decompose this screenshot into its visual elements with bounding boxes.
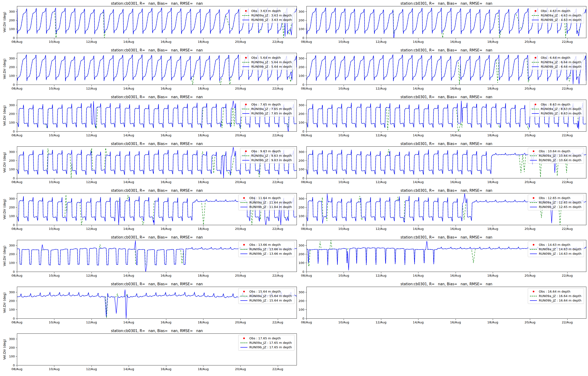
x-tick-label: 14/Aug — [413, 321, 424, 324]
subplot-panel: station:cb0301, R= nan, Bias= nan, RMSE=… — [299, 234, 588, 281]
x-tick-mark — [17, 38, 17, 40]
x-tick-mark — [530, 132, 530, 133]
x-tick-mark — [129, 272, 129, 273]
x-tick-label: 08/Aug — [11, 134, 22, 137]
x-tick-label: 10/Aug — [49, 367, 60, 371]
legend-row-obs: Obs : 8.63 m depth — [532, 102, 581, 107]
plot-box: Obs : 4.63 m depth RUN09a_JZ : 4.63 m de… — [307, 6, 586, 38]
plot-area-wrap: Vel.Dir (deg) Obs : 3.63 m depth RUN09a_… — [17, 6, 297, 38]
plot-box: Obs : 17.65 m depth RUN09a_JZ : 17.65 m … — [17, 334, 297, 366]
plot-area-wrap: Obs : 8.63 m depth RUN09a_JZ : 8.63 m de… — [307, 100, 586, 132]
y-axis-label: Vel.Dir (deg) — [2, 53, 7, 85]
y-tick-label: 0 — [302, 129, 304, 133]
x-tick-mark — [203, 272, 203, 273]
subplot-title: station:cb0301, R= nan, Bias= nan, RMSE=… — [307, 47, 586, 53]
y-tick-label: 300 — [9, 103, 15, 107]
obs-marker-icon — [532, 10, 539, 12]
x-tick-label: 14/Aug — [413, 274, 424, 277]
y-tick-label: 200 — [299, 299, 304, 303]
y-tick-mark — [305, 38, 307, 38]
subplot-title: station:cb0301, R= nan, Bias= nan, RMSE=… — [307, 0, 586, 6]
plot-box: Obs : 3.63 m depth RUN09a_JZ : 3.63 m de… — [17, 6, 297, 38]
y-tick-label: 100 — [9, 121, 15, 124]
plot-area-wrap: Obs : 12.65 m depth RUN09a_JZ : 12.65 m … — [307, 193, 586, 225]
x-tick-mark — [129, 366, 129, 367]
plot-box: Obs : 6.64 m depth RUN09a_JZ : 6.64 m de… — [307, 53, 586, 85]
y-tick-label: 100 — [299, 167, 304, 171]
x-tick-label: 20/Aug — [524, 274, 535, 277]
legend-label-obs: Obs : 10.64 m depth — [539, 149, 570, 153]
y-tick-mark — [305, 20, 307, 21]
x-tick-label: 20/Aug — [524, 134, 535, 137]
x-tick-mark — [493, 179, 493, 180]
x-tick-mark — [278, 272, 278, 273]
x-tick-label: 12/Aug — [86, 87, 97, 90]
legend-label-run09b: RUN09b_JZ : 8.63 m depth — [541, 112, 581, 115]
x-tick-mark — [493, 272, 493, 273]
x-tick-mark — [54, 366, 54, 367]
run09b-solid-line-icon — [530, 160, 537, 160]
legend-row-run09b: RUN09b_JZ : 16.64 m depth — [530, 298, 581, 303]
plot-box: Obs : 8.63 m depth RUN09a_JZ : 8.63 m de… — [307, 100, 586, 132]
legend-row-obs: Obs : 14.63 m depth — [530, 242, 581, 247]
legend-row-run09a: RUN09a_JZ : 7.65 m depth — [242, 107, 292, 111]
y-tick-label: 300 — [299, 243, 304, 247]
x-tick-mark — [344, 272, 344, 273]
x-tick-label: 20/Aug — [235, 227, 246, 230]
y-tick-label: 200 — [9, 112, 15, 116]
x-tick-label: 18/Aug — [487, 321, 498, 324]
x-tick-label: 08/Aug — [301, 321, 312, 324]
x-tick-mark — [278, 38, 278, 40]
x-tick-mark — [203, 366, 203, 367]
x-tick-mark — [456, 132, 456, 133]
x-tick-mark — [203, 38, 203, 40]
legend-label-run09b: RUN09b_JZ : 16.64 m depth — [539, 299, 581, 302]
x-tick-label: 18/Aug — [487, 134, 498, 137]
run09b-solid-line-icon — [240, 254, 247, 254]
x-tick-label: 10/Aug — [49, 180, 60, 184]
plot-area-wrap: Vel.Dir (deg) Obs : 5.64 m depth RUN09a_… — [17, 53, 297, 85]
run09a-dashed-line-icon — [530, 156, 537, 156]
x-tick-label: 20/Aug — [524, 40, 535, 43]
y-tick-label: 0 — [13, 176, 15, 180]
y-axis-label-text: Vel.Dir (deg) — [3, 59, 6, 79]
x-tick-label: 22/Aug — [272, 40, 283, 43]
x-tick-label: 14/Aug — [413, 227, 424, 230]
x-tick-label: 10/Aug — [338, 274, 349, 277]
y-tick-mark — [305, 131, 307, 132]
run09b-solid-line-icon — [530, 300, 537, 301]
y-tick-mark — [16, 263, 17, 263]
y-tick-label: 200 — [9, 346, 15, 349]
x-tick-mark — [240, 132, 241, 133]
y-tick-mark — [16, 67, 17, 67]
y-tick-mark — [16, 216, 17, 216]
x-tick-mark — [17, 132, 17, 133]
plot-area-wrap: Obs : 10.64 m depth RUN09a_JZ : 10.64 m … — [307, 146, 586, 178]
x-tick-label: 12/Aug — [86, 321, 97, 324]
y-tick-label: 100 — [9, 214, 15, 218]
run09b-solid-line-icon — [242, 20, 249, 20]
run09b-solid-line-icon — [532, 66, 539, 67]
y-tick-label: 200 — [9, 65, 15, 69]
legend: Obs : 16.64 m depth RUN09a_JZ : 16.64 m … — [528, 288, 584, 304]
x-tick-mark — [166, 272, 166, 273]
x-tick-mark — [17, 179, 17, 180]
x-tick-label: 16/Aug — [450, 321, 461, 324]
legend-label-run09a: RUN09a_JZ : 6.64 m depth — [541, 60, 581, 64]
x-tick-label: 22/Aug — [562, 40, 573, 43]
legend-row-run09a: RUN09a_JZ : 5.64 m depth — [242, 60, 292, 64]
y-tick-mark — [305, 169, 307, 169]
x-tick-label: 14/Aug — [123, 40, 134, 43]
y-tick-label: 100 — [9, 355, 15, 358]
subplot-title: station:cb0301, R= nan, Bias= nan, RMSE=… — [307, 281, 586, 287]
y-axis-label: Vel.Dir (deg) — [2, 287, 7, 319]
y-tick-label: 0 — [302, 270, 304, 273]
run09a-dashed-line-icon — [240, 296, 247, 296]
y-tick-mark — [16, 20, 17, 21]
x-tick-mark — [381, 319, 381, 320]
run09a-dashed-line-icon — [530, 249, 537, 250]
x-tick-label: 20/Aug — [235, 134, 246, 137]
y-tick-label: 300 — [299, 56, 304, 60]
y-axis-label: Vel.Dir (deg) — [2, 334, 7, 366]
x-tick-label: 20/Aug — [235, 367, 246, 371]
